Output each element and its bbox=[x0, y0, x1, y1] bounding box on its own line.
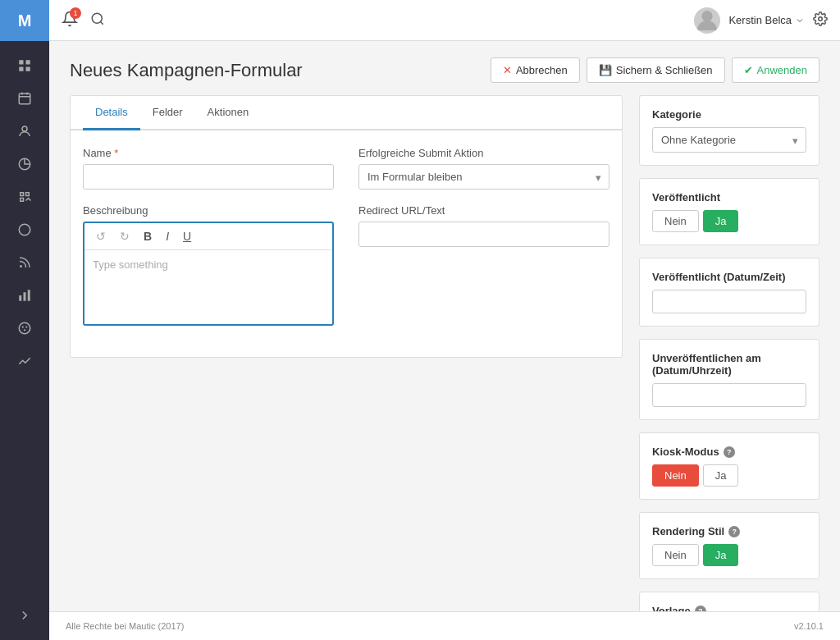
name-group: Name * bbox=[83, 147, 334, 190]
editor-body[interactable]: Type something bbox=[84, 250, 332, 324]
svg-point-21 bbox=[702, 11, 713, 21]
form-container: Details Felder Aktionen bbox=[70, 95, 623, 358]
sidebar-item-campaigns[interactable] bbox=[0, 181, 49, 213]
underline-button[interactable]: U bbox=[178, 227, 196, 245]
kiosk-section: Kiosk-Modus ? Nein Ja bbox=[639, 432, 819, 500]
svg-rect-2 bbox=[19, 67, 23, 71]
right-panel: Kategorie Ohne Kategorie ▾ Veröffentlich… bbox=[639, 95, 819, 640]
beschreibung-group: Beschreibung ↺ ↻ B I U Type bbox=[83, 204, 334, 326]
search-icon[interactable] bbox=[90, 11, 105, 29]
avatar bbox=[694, 7, 720, 34]
apply-label: Anwenden bbox=[757, 64, 807, 76]
content-area: Details Felder Aktionen bbox=[70, 95, 819, 640]
veroeffentlicht-datum-input[interactable] bbox=[652, 290, 806, 313]
svg-point-15 bbox=[19, 322, 30, 334]
kiosk-ja-button[interactable]: Ja bbox=[703, 464, 739, 487]
form-right-column: Erfolgreiche Submit Aktion Im Formular b… bbox=[358, 147, 609, 341]
unveroeff-label: Unveröffentlichen am (Datum/Uhrzeit) bbox=[652, 352, 806, 377]
username-text: Kerstin Belca bbox=[728, 14, 792, 26]
save-close-button[interactable]: 💾 Sichern & Schließen bbox=[587, 57, 725, 83]
rendering-toggle-group: Nein Ja bbox=[652, 544, 806, 566]
footer: Alle Rechte bei Mautic (2017) v2.10.1 bbox=[49, 611, 840, 640]
username-button[interactable]: Kerstin Belca bbox=[728, 14, 805, 26]
tab-felder[interactable]: Felder bbox=[140, 96, 195, 130]
italic-button[interactable]: I bbox=[161, 227, 174, 245]
rendering-help-icon[interactable]: ? bbox=[728, 526, 740, 537]
sidebar-item-segments[interactable] bbox=[0, 148, 49, 181]
notification-bell[interactable]: 1 bbox=[62, 11, 78, 30]
svg-point-19 bbox=[92, 13, 102, 23]
svg-point-18 bbox=[24, 329, 25, 331]
cancel-label: Abbrechen bbox=[516, 64, 568, 76]
rendering-ja-button[interactable]: Ja bbox=[703, 544, 739, 566]
kiosk-help-icon[interactable]: ? bbox=[724, 446, 735, 458]
svg-point-11 bbox=[20, 265, 22, 267]
save-label: Sichern & Schließen bbox=[616, 64, 713, 76]
sidebar-expand-button[interactable] bbox=[0, 599, 49, 632]
unveroeff-section: Unveröffentlichen am (Datum/Uhrzeit) bbox=[639, 339, 819, 420]
tab-aktionen[interactable]: Aktionen bbox=[195, 96, 262, 130]
x-icon: ✕ bbox=[503, 64, 512, 76]
kiosk-nein-button[interactable]: Nein bbox=[652, 464, 699, 487]
form-main: Details Felder Aktionen bbox=[70, 95, 623, 640]
veroeffentlicht-datum-label: Veröffentlicht (Datum/Zeit) bbox=[652, 271, 806, 283]
save-icon: 💾 bbox=[599, 64, 612, 76]
sidebar-item-dashboard[interactable] bbox=[0, 49, 49, 82]
submit-action-label: Erfolgreiche Submit Aktion bbox=[358, 147, 609, 159]
veroeffentlicht-section: Veröffentlicht Nein Ja bbox=[639, 178, 819, 245]
settings-icon[interactable] bbox=[813, 11, 828, 29]
chevron-down-icon bbox=[795, 16, 805, 25]
sidebar-item-contacts[interactable] bbox=[0, 115, 49, 148]
tab-details[interactable]: Details bbox=[83, 96, 140, 130]
rendering-nein-button[interactable]: Nein bbox=[652, 544, 699, 566]
submit-action-select[interactable]: Im Formular bleiben Weiterleitung Nachri… bbox=[358, 164, 609, 190]
topbar-right: Kerstin Belca bbox=[694, 7, 828, 34]
sidebar: M bbox=[0, 0, 49, 640]
editor-toolbar: ↺ ↻ B I U bbox=[84, 223, 332, 250]
submit-action-select-wrapper: Im Formular bleiben Weiterleitung Nachri… bbox=[358, 164, 609, 190]
veroeffentlicht-datum-section: Veröffentlicht (Datum/Zeit) bbox=[639, 258, 819, 327]
rendering-section: Rendering Stil ? Nein Ja bbox=[639, 512, 819, 579]
version-text: v2.10.1 bbox=[794, 621, 824, 631]
required-marker: * bbox=[114, 147, 118, 159]
svg-rect-4 bbox=[19, 94, 30, 104]
page-title: Neues Kampagnen-Formular bbox=[70, 60, 303, 81]
svg-rect-3 bbox=[26, 67, 30, 71]
veroeffentlicht-ja-button[interactable]: Ja bbox=[703, 210, 739, 232]
svg-point-16 bbox=[22, 326, 24, 327]
beschreibung-label: Beschreibung bbox=[83, 204, 334, 217]
veroeffentlicht-nein-button[interactable]: Nein bbox=[652, 210, 699, 232]
svg-rect-1 bbox=[26, 60, 30, 64]
unveroeff-input[interactable] bbox=[652, 383, 806, 407]
sidebar-item-palette[interactable] bbox=[0, 312, 49, 345]
kategorie-select-wrapper: Ohne Kategorie ▾ bbox=[652, 127, 806, 153]
sidebar-item-reports[interactable] bbox=[0, 213, 49, 246]
redirect-input[interactable] bbox=[358, 222, 609, 247]
veroeffentlicht-toggle-group: Nein Ja bbox=[652, 210, 806, 232]
svg-point-22 bbox=[819, 17, 823, 21]
logo-letter: M bbox=[18, 11, 32, 30]
check-icon: ✔ bbox=[744, 64, 753, 76]
redo-button[interactable]: ↻ bbox=[115, 227, 135, 245]
sidebar-item-calendar[interactable] bbox=[0, 82, 49, 115]
header-actions: ✕ Abbrechen 💾 Sichern & Schließen ✔ Anwe… bbox=[491, 57, 819, 83]
kategorie-section: Kategorie Ohne Kategorie ▾ bbox=[639, 95, 819, 166]
cancel-button[interactable]: ✕ Abbrechen bbox=[491, 57, 580, 83]
sidebar-item-feeds[interactable] bbox=[0, 246, 49, 279]
app-logo[interactable]: M bbox=[0, 0, 49, 41]
svg-rect-14 bbox=[28, 290, 30, 301]
kategorie-select[interactable]: Ohne Kategorie bbox=[652, 127, 806, 153]
rich-text-editor: ↺ ↻ B I U Type something bbox=[83, 222, 334, 326]
svg-point-10 bbox=[19, 224, 30, 235]
apply-button[interactable]: ✔ Anwenden bbox=[732, 57, 819, 83]
redirect-label: Redirect URL/Text bbox=[358, 204, 609, 217]
topbar: 1 Kerstin Belca bbox=[49, 0, 840, 41]
notification-badge: 1 bbox=[70, 7, 81, 19]
svg-point-8 bbox=[22, 126, 27, 131]
undo-button[interactable]: ↺ bbox=[91, 227, 111, 245]
name-input[interactable] bbox=[83, 164, 334, 190]
bold-button[interactable]: B bbox=[139, 227, 157, 245]
svg-rect-13 bbox=[24, 292, 26, 301]
sidebar-item-charts[interactable] bbox=[0, 279, 49, 312]
sidebar-item-analytics[interactable] bbox=[0, 345, 49, 377]
